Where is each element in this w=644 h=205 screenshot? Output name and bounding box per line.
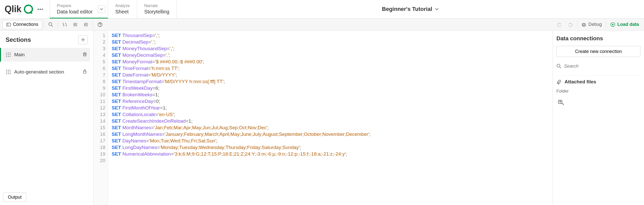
separator bbox=[577, 21, 577, 28]
nav-tabs: Prepare Data load editor Analyze Sheet N… bbox=[49, 0, 177, 18]
create-connection-button[interactable]: Create new connection bbox=[556, 46, 640, 57]
svg-point-31 bbox=[557, 64, 560, 67]
tab-big-label: Sheet bbox=[115, 8, 130, 15]
chevron-down-icon bbox=[435, 7, 439, 11]
data-connections-panel: Data connections Create new connection A… bbox=[553, 31, 644, 205]
code-area[interactable]: SET ThousandSep=',';SET DecimalSep='.';S… bbox=[108, 31, 553, 205]
redo-icon[interactable] bbox=[565, 20, 575, 29]
svg-point-2 bbox=[49, 23, 52, 26]
sections-title: Sections bbox=[6, 36, 31, 43]
svg-rect-0 bbox=[7, 23, 11, 26]
select-data-icon[interactable] bbox=[556, 98, 566, 107]
section-label: Main bbox=[14, 52, 79, 58]
tab-prepare[interactable]: Prepare Data load editor bbox=[49, 0, 108, 18]
output-button[interactable]: Output bbox=[3, 192, 26, 202]
svg-line-19 bbox=[585, 24, 586, 24]
body: Sections Main Auto-generated section 123… bbox=[0, 31, 644, 205]
sections-header: Sections bbox=[3, 35, 90, 44]
svg-line-21 bbox=[585, 26, 586, 26]
top-header: Qlik Prepare Data load editor Analyze Sh… bbox=[0, 0, 644, 18]
load-data-label: Load data bbox=[617, 22, 639, 27]
drag-handle-icon[interactable] bbox=[6, 52, 11, 57]
connection-search[interactable] bbox=[556, 61, 640, 71]
tab-big-label: Data load editor bbox=[57, 8, 93, 15]
drag-handle-icon[interactable] bbox=[6, 70, 11, 74]
svg-line-4 bbox=[63, 23, 64, 26]
app-title-dropdown[interactable]: Beginner's Tutorial bbox=[177, 0, 644, 18]
logo-text[interactable]: Qlik bbox=[5, 4, 21, 14]
separator bbox=[44, 21, 44, 28]
search-icon[interactable] bbox=[45, 20, 56, 29]
undo-icon[interactable] bbox=[554, 20, 565, 29]
sections-panel: Sections Main Auto-generated section bbox=[0, 31, 93, 205]
connections-toggle-button[interactable]: Connections bbox=[3, 20, 42, 29]
comment-toggle-icon[interactable] bbox=[59, 20, 70, 29]
search-icon bbox=[556, 64, 562, 69]
attached-files-label: Attached files bbox=[565, 79, 596, 85]
separator bbox=[606, 21, 606, 28]
toolbar: Connections Debug Load data bbox=[0, 18, 644, 31]
debug-label: Debug bbox=[588, 22, 602, 27]
separator bbox=[58, 21, 58, 28]
folder-label: Folder bbox=[556, 89, 640, 94]
add-section-button[interactable] bbox=[78, 35, 88, 44]
line-number-gutter: 1234567891011121314151617181920 bbox=[93, 31, 108, 205]
svg-line-3 bbox=[52, 25, 53, 27]
more-menu-icon[interactable] bbox=[36, 7, 45, 12]
svg-rect-30 bbox=[84, 71, 86, 73]
trash-icon[interactable] bbox=[82, 52, 87, 58]
logo-q-icon[interactable] bbox=[24, 5, 33, 14]
panel-icon bbox=[6, 22, 11, 27]
tab-small-label: Narrate bbox=[144, 3, 169, 9]
svg-rect-25 bbox=[84, 53, 86, 56]
svg-line-5 bbox=[65, 23, 67, 26]
lock-icon bbox=[82, 69, 87, 75]
load-data-button[interactable]: Load data bbox=[608, 20, 641, 29]
connections-label: Connections bbox=[13, 22, 38, 27]
tab-analyze[interactable]: Analyze Sheet bbox=[108, 0, 137, 18]
section-item-main[interactable]: Main bbox=[3, 48, 90, 62]
connection-search-input[interactable] bbox=[564, 64, 640, 69]
svg-point-13 bbox=[100, 26, 100, 26]
paperclip-icon bbox=[556, 79, 562, 84]
chevron-down-icon[interactable] bbox=[98, 5, 105, 13]
app-title-text: Beginner's Tutorial bbox=[382, 6, 432, 12]
svg-line-32 bbox=[560, 67, 561, 68]
data-connections-title: Data connections bbox=[556, 35, 640, 42]
debug-icon[interactable]: Debug bbox=[579, 20, 604, 29]
svg-line-20 bbox=[582, 26, 583, 26]
tab-small-label: Analyze bbox=[115, 3, 130, 9]
section-item-autogen[interactable]: Auto-generated section bbox=[3, 65, 90, 79]
separator bbox=[93, 21, 93, 28]
svg-line-18 bbox=[582, 24, 583, 24]
tab-narrate[interactable]: Narrate Storytelling bbox=[137, 0, 177, 18]
logo-area: Qlik bbox=[0, 0, 49, 18]
help-icon[interactable] bbox=[95, 20, 105, 29]
tab-big-label: Storytelling bbox=[144, 8, 169, 15]
tab-small-label: Prepare bbox=[57, 3, 93, 9]
indent-icon[interactable] bbox=[70, 20, 81, 29]
outdent-icon[interactable] bbox=[81, 20, 91, 29]
section-label: Auto-generated section bbox=[14, 69, 79, 75]
code-editor[interactable]: 1234567891011121314151617181920 SET Thou… bbox=[93, 31, 553, 205]
attached-files-header: Attached files bbox=[556, 75, 640, 85]
